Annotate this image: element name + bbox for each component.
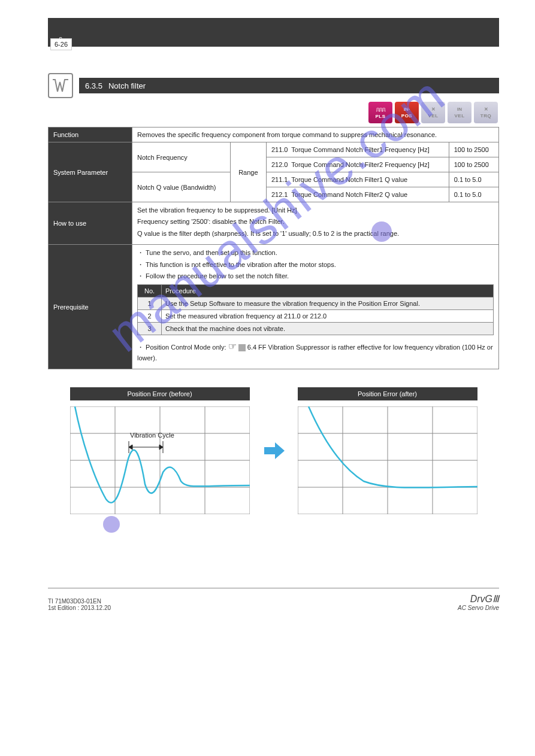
header-band: 6 xyxy=(48,18,499,47)
chart-after: Position Error (after) xyxy=(298,387,477,516)
footer-product: DrvGⅢ xyxy=(458,593,499,605)
chart-before-plot: Vibration Cycle xyxy=(70,406,250,514)
footer-edition: 1st Edition : 2013.12.20 xyxy=(48,605,111,611)
range-label: Range xyxy=(230,142,266,202)
mode-pls-icon: ⎍⎍⎍PLS xyxy=(368,102,392,123)
row-function-label: Function xyxy=(49,127,132,142)
param-row: 212.0 Torque Command Notch Filter2 Frequ… xyxy=(266,157,449,172)
param-row: 212.1 Torque Command Notch Filter2 Q val… xyxy=(266,187,449,202)
section-title-bar: 6.3.5 Notch filter xyxy=(79,78,499,93)
row-prereq-value: ・ Tune the servo, and then set up this f… xyxy=(132,245,499,369)
watermark-dot xyxy=(103,516,120,533)
mode-trq-icon: ✕TRQ xyxy=(474,102,498,123)
mode-invel-icon: INVEL xyxy=(448,102,471,123)
annotation-vibration-cycle: Vibration Cycle xyxy=(130,432,174,439)
spec-table: Function Removes the specific frequency … xyxy=(48,127,499,369)
page-number: 6-26 xyxy=(50,38,72,50)
row-prereq-label: Prerequisite xyxy=(49,245,132,369)
param-group-freq: Notch Frequency xyxy=(132,142,231,172)
mode-vel-icon: ✕VEL xyxy=(421,102,445,123)
param-row: 211.1 Torque Command Notch Filter1 Q val… xyxy=(266,172,449,187)
procedure-table: No.Procedure 1Use the Setup Software to … xyxy=(137,284,494,335)
row-param-label: System Parameter xyxy=(49,142,132,202)
pointer-icon: ☞ xyxy=(228,341,237,351)
mode-pos-icon: IN·POS xyxy=(395,102,419,123)
footer-doc-id: TI 71M03D03-01EN xyxy=(48,598,111,605)
param-range: 0.1 to 5.0 xyxy=(449,187,498,202)
watermark-dot xyxy=(371,221,392,242)
param-group-q: Notch Q value (Bandwidth) xyxy=(132,172,231,202)
chart-before-title: Position Error (before) xyxy=(70,387,250,400)
chart-after-title: Position Error (after) xyxy=(298,387,477,400)
chart-before: Position Error (before) Vibration Cycle xyxy=(70,387,250,516)
chart-after-plot xyxy=(298,406,477,514)
param-row: 211.0 Torque Command Notch Filter1 Frequ… xyxy=(266,142,449,157)
row-function-value: Removes the specific frequency component… xyxy=(132,127,499,142)
param-range: 100 to 2500 xyxy=(449,157,498,172)
arrow-icon xyxy=(262,439,286,464)
param-range: 0.1 to 5.0 xyxy=(449,172,498,187)
mode-icons: ⎍⎍⎍PLS IN·POS ✕VEL INVEL ✕TRQ xyxy=(48,102,499,123)
param-range: 100 to 2500 xyxy=(449,142,498,157)
row-how-label: How to use xyxy=(49,202,132,245)
row-how-value: Set the vibration frequency to be suppre… xyxy=(132,202,499,245)
section-title: Notch filter xyxy=(108,81,146,90)
section-number: 6.3.5 xyxy=(85,81,102,90)
notch-filter-icon xyxy=(48,73,73,98)
footer: TI 71M03D03-01EN 1st Edition : 2013.12.2… xyxy=(48,588,499,611)
reference-marker xyxy=(238,344,246,351)
footer-subtitle: AC Servo Drive xyxy=(458,605,499,611)
